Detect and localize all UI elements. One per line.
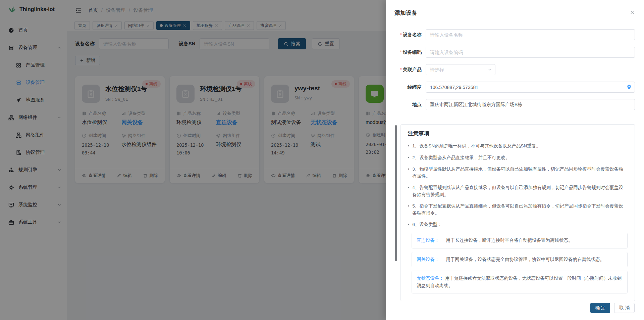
note-item: 2、设备类型会从产品直接继承，并且不可更改。 [408, 154, 628, 162]
address-field-label: 地点 [386, 102, 426, 108]
location-pin-icon[interactable] [626, 84, 632, 90]
drawer-title: 添加设备 [394, 9, 417, 17]
latlng-field[interactable] [426, 82, 635, 93]
add-device-drawer: 添加设备 *设备名称 *设备编码 *关联产品 经纬度 地点 [386, 0, 644, 320]
drawer-footer: 确 定 取 消 [386, 296, 644, 320]
note-item: 6、设备类型： [408, 221, 628, 229]
add-device-form: *设备名称 *设备编码 *关联产品 经纬度 地点 [386, 29, 644, 110]
note-item: 4、告警配置规则默认从产品直接继承，但设备可以自己添加独有规则，切记产品同步告警… [408, 184, 628, 198]
drawer-scrollbar-thumb[interactable] [395, 125, 397, 261]
related-product-field-label: *关联产品 [386, 67, 426, 73]
required-mark: * [400, 49, 402, 55]
device-name-field[interactable] [426, 29, 635, 40]
required-mark: * [400, 32, 402, 37]
device-type-link[interactable]: 直连设备： [417, 238, 439, 243]
device-code-field[interactable] [426, 47, 635, 58]
address-field[interactable] [426, 99, 635, 110]
confirm-button[interactable]: 确 定 [590, 303, 610, 313]
latlng-field-label: 经纬度 [386, 84, 426, 90]
device-type-note-direct: 直连设备：用于长连接设备，断开连接时平台将自动把设备置为离线状态。 [412, 233, 628, 248]
cancel-button[interactable]: 取 消 [614, 303, 635, 313]
note-item: 5、指令下发配置默认从产品直接继承，但设备可以自己添加独有指令，切记产品同步指令… [408, 203, 628, 217]
related-product-select-input[interactable] [426, 64, 495, 75]
device-type-note-gateway: 网关设备：用于网关设备，设备状态完全由协议管理，协议中可以返回设备的在离线状态。 [412, 252, 628, 267]
device-name-field-label: *设备名称 [386, 32, 426, 38]
close-icon[interactable] [630, 10, 635, 15]
device-type-link[interactable]: 网关设备： [417, 257, 439, 262]
device-type-note-stateless: 无状态设备：用于短链接或者无法获取状态的设备，无状态设备可以设置一段时间（心跳时… [412, 271, 628, 294]
related-product-select[interactable] [426, 64, 495, 75]
notes-title: 注意事项 [408, 130, 628, 137]
device-code-field-label: *设备编码 [386, 49, 426, 55]
notes-panel: 注意事项 1、设备SN必须是唯一标识，不可与其他设备以及产品SN重复。 2、设备… [400, 124, 635, 301]
note-item: 3、物模型属性默认从产品直接继承，但设备可以自己添加独有属性，切记产品同步物模型… [408, 166, 628, 180]
note-item: 1、设备SN必须是唯一标识，不可与其他设备以及产品SN重复。 [408, 143, 628, 150]
device-type-link[interactable]: 无状态设备： [417, 276, 444, 281]
required-mark: * [400, 67, 402, 72]
